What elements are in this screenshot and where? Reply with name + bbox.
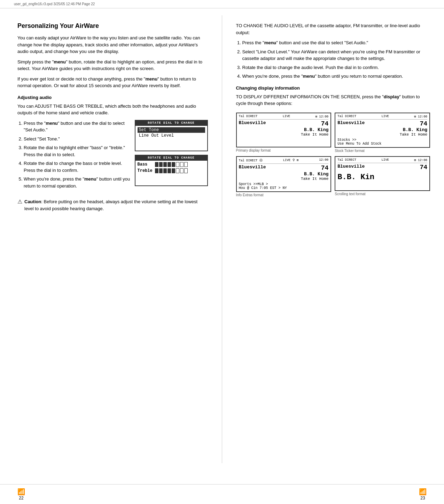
bass-label: Bass — [138, 162, 155, 167]
page-number-left: 22 — [19, 496, 23, 501]
stock-top: Tal DIRECT LIVE ⊞ 12:00 — [337, 115, 427, 120]
intro-p1: You can easily adapt your AirWare to the… — [17, 35, 208, 55]
scrolling-screen: Tal DIRECT LIVE ⊞ 12:00 Bluesville 74 B.… — [335, 156, 430, 191]
adjusting-section: Press the "menu" button and use the dial… — [17, 120, 208, 193]
info-song: Take It Home — [239, 177, 329, 181]
wifi-icon-left: 📶 — [17, 488, 25, 496]
bass-seg-1 — [155, 162, 158, 167]
treble-seg-5 — [172, 168, 175, 173]
caution-bold: Caution — [24, 199, 41, 204]
treble-seg-2 — [159, 168, 163, 173]
device-screens-column: ROTATE DIAL TO CHANGE Set Tone Line Out … — [135, 120, 208, 193]
audio-step-4: When you're done, press the "menu" butto… — [242, 73, 430, 80]
scrolling-channel-name: Bluesville — [337, 164, 365, 171]
intro-p2: Simply press the "menu" button, rotate t… — [17, 59, 208, 72]
adjusting-steps-list: Press the "menu" button and use the dial… — [24, 120, 131, 190]
wifi-icon-right: 📶 — [419, 488, 427, 496]
info-top-left: Tal DIRECT ⓔ — [239, 158, 263, 163]
treble-seg-4 — [168, 168, 171, 173]
top-bar: user_gd_engfin16.r3.qxd 3/25/05 12:46 PM… — [0, 0, 444, 8]
step-3: Rotate the dial to highlight either "bas… — [24, 144, 131, 158]
stock-top-left: Tal DIRECT — [337, 115, 356, 119]
bass-seg-5 — [172, 162, 175, 167]
info-top-right: 12:00 — [319, 158, 328, 163]
primary-channel-num: 74 — [321, 120, 329, 127]
right-column: TO CHANGE THE AUDIO LEVEL of the cassett… — [222, 15, 444, 463]
step-2: Select "Set Tone." — [24, 136, 131, 143]
treble-seg-1 — [155, 168, 158, 173]
scrolling-top-right: ⊞ 12:00 — [414, 158, 427, 162]
info-channel-num: 74 — [321, 165, 329, 171]
display-screens-grid: Tal DIRECT LIVE ⊞ 12:00 Bluesville 74 B.… — [236, 113, 430, 197]
primary-artist: B.B. King — [239, 127, 329, 132]
adjusting-audio-title: Adjusting audio — [17, 95, 208, 100]
content-area: Personalizing Your AirWare You can easil… — [0, 8, 444, 484]
adjusting-audio-desc: You can ADJUST THE BASS OR TREBLE, which… — [17, 103, 208, 116]
caution-icon: ⚠ — [17, 198, 22, 205]
stock-top-right: ⊞ 12:00 — [414, 115, 427, 119]
scrolling-top-mid: LIVE — [381, 158, 389, 162]
page-container: user_gd_engfin16.r3.qxd 3/25/05 12:46 PM… — [0, 0, 444, 504]
audio-step-1: Press the "menu" button and use the dial… — [242, 39, 430, 46]
bass-seg-6-empty — [176, 162, 179, 167]
primary-channel-name: Bluesville — [239, 120, 266, 127]
primary-top: Tal DIRECT LIVE ⊞ 12:00 — [239, 115, 329, 120]
scrolling-top-left: Tal DIRECT — [337, 158, 356, 162]
bass-seg-7-empty — [180, 162, 184, 167]
scrolling-top: Tal DIRECT LIVE ⊞ 12:00 — [337, 158, 427, 163]
primary-screen: Tal DIRECT LIVE ⊞ 12:00 Bluesville 74 B.… — [236, 113, 332, 147]
audio-level-intro: TO CHANGE THE AUDIO LEVEL of the cassett… — [236, 22, 430, 36]
stock-channel-num: 74 — [420, 120, 427, 127]
step-5: When you're done, press the "menu" butto… — [24, 176, 131, 189]
info-top: Tal DIRECT ⓔ LIVE ⚲ ⊞ 12:00 — [239, 158, 329, 164]
stock-artist: B.B. King — [337, 127, 427, 132]
info-extra: Sports >>MLB >Hou @ Cin 7:05 EST > NY — [239, 182, 329, 190]
bass-seg-8-empty — [184, 162, 188, 167]
footer-left: 📶 22 — [17, 488, 25, 501]
treble-bar — [155, 168, 188, 173]
bass-row: Bass — [138, 162, 205, 167]
info-top-mid: LIVE ⚲ ⊞ — [283, 158, 299, 163]
page-number-right: 23 — [420, 496, 425, 501]
treble-seg-3 — [163, 168, 167, 173]
caution-block: ⚠ Caution: Before putting on the headset… — [17, 198, 208, 215]
page-title: Personalizing Your AirWare — [17, 22, 208, 30]
info-channel: Bluesville 74 — [239, 165, 329, 171]
caution-message: : Before putting on the headset, always … — [24, 199, 197, 211]
stock-channel-name: Bluesville — [337, 120, 365, 127]
scrolling-channel: Bluesville 74 — [337, 164, 427, 171]
screen1-option: Line Out Level — [138, 133, 205, 138]
screen1-header: ROTATE DIAL TO CHANGE — [135, 121, 207, 126]
top-bar-text: user_gd_engfin16.r3.qxd 3/25/05 12:46 PM… — [14, 2, 95, 6]
left-column: Personalizing Your AirWare You can easil… — [0, 15, 222, 463]
stock-extra: Stocks >>Use Menu To Add Stock — [337, 138, 427, 146]
treble-seg-7-empty — [180, 168, 184, 173]
footer-right: 📶 23 — [419, 488, 427, 501]
info-channel-name: Bluesville — [239, 165, 266, 171]
caution-text: Caution: Before putting on the headset, … — [24, 198, 208, 212]
primary-screen-wrap: Tal DIRECT LIVE ⊞ 12:00 Bluesville 74 B.… — [236, 113, 332, 153]
info-screen: Tal DIRECT ⓔ LIVE ⚲ ⊞ 12:00 Bluesville 7… — [236, 156, 332, 192]
steps-column: Press the "menu" button and use the dial… — [17, 120, 135, 193]
step-4: Rotate the dial to change the bass or tr… — [24, 160, 131, 174]
stock-screen-wrap: Tal DIRECT LIVE ⊞ 12:00 Bluesville 74 B.… — [335, 113, 430, 153]
treble-label: Treble — [138, 168, 155, 173]
treble-seg-6-empty — [176, 168, 179, 173]
intro-p3: If you ever get lost or decide not to ch… — [17, 76, 208, 89]
step-1: Press the "menu" button and use the dial… — [24, 120, 131, 133]
primary-top-right: ⊞ 12:00 — [315, 115, 328, 119]
bass-seg-3 — [163, 162, 167, 167]
stock-channel: Bluesville 74 — [337, 120, 427, 127]
screen1-selected: Set Tone — [138, 127, 205, 133]
scrolling-channel-num: 74 — [420, 164, 427, 171]
primary-top-mid: LIVE — [283, 115, 290, 119]
set-tone-screen: ROTATE DIAL TO CHANGE Set Tone Line Out … — [135, 120, 208, 151]
stock-top-mid: LIVE — [381, 115, 389, 119]
primary-caption: Primary display format — [236, 148, 332, 152]
scrolling-text: B.B. Kin — [337, 173, 427, 182]
changing-display-desc: TO DISPLAY DIFFERENT INFORMATION ON THE … — [236, 93, 430, 107]
bass-seg-2 — [159, 162, 163, 167]
info-artist: B.B. King — [239, 171, 329, 177]
page-footer: 📶 22 📶 23 — [0, 484, 444, 504]
bass-bar — [155, 162, 188, 167]
